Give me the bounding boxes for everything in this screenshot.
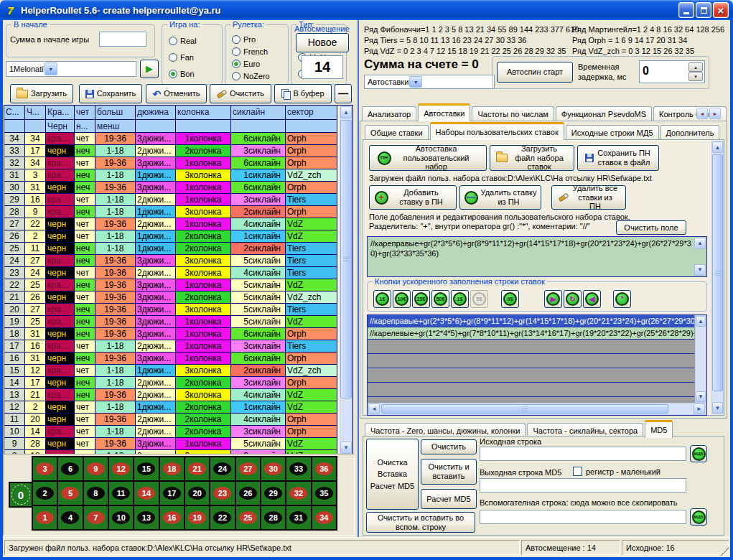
board-cell-35[interactable]: 35 — [312, 482, 336, 505]
resize-grip[interactable] — [720, 547, 729, 556]
table-row[interactable]: 928чернчет19-363дюжи...1колонка5сиклайнV… — [4, 438, 353, 450]
table-row[interactable]: 1321кра...неч19-362дюжи...3колонка4сикла… — [4, 389, 353, 401]
table-row[interactable]: 2027кра...неч19-363дюжи...3колонка5сикла… — [4, 304, 353, 316]
board-cell-6[interactable]: 6 — [58, 457, 82, 480]
bet-set-row-empty[interactable] — [368, 383, 694, 397]
board-cell-15[interactable]: 15 — [134, 457, 158, 480]
new-number-button[interactable]: Новое — [296, 33, 349, 52]
sub-tab-1[interactable]: Наборы пользовательских ставок — [430, 122, 564, 140]
chip-button-0$[interactable]: 0$ — [501, 290, 519, 308]
toolbar-button-2[interactable]: ↶Отменить — [146, 84, 207, 103]
radio-option-real[interactable]: Real — [169, 37, 220, 45]
board-cell-14[interactable]: 14 — [134, 482, 158, 505]
clear-field-button[interactable]: Очистить поле — [616, 220, 686, 235]
bet-set-list[interactable]: //кареправые+gr(2*3*5*6)+gr(8*9*11*12)+g… — [367, 314, 707, 416]
bet-set-row-empty[interactable] — [368, 368, 694, 383]
chip-button-1€[interactable]: 1€ — [373, 290, 391, 308]
minimize-button[interactable] — [678, 2, 694, 18]
scroll-down-icon[interactable]: ▼ — [694, 264, 706, 276]
radio-option-fan[interactable]: Fan — [169, 53, 220, 62]
table-row[interactable]: 2722чернчет19-362дюжи...1колонка4сиклайн… — [4, 218, 353, 230]
chip-button-50€[interactable]: 50€ — [431, 290, 449, 308]
table-row[interactable]: 1014кра...чет1-182дюжи...2колонка3сиклай… — [4, 426, 353, 438]
play-button[interactable]: ▶ — [140, 60, 159, 78]
bet-edit-textarea[interactable]: //кареправые+gr(2*3*5*6)+gr(8*9*11*12)+g… — [367, 236, 707, 277]
preset-dropdown[interactable]: 1Melonati ▼ — [6, 61, 136, 77]
bottom-tab-2[interactable]: MD5 — [645, 420, 673, 438]
toolbar-button-0[interactable]: Загрузить — [10, 84, 73, 103]
scroll-down-icon[interactable]: ▼ — [340, 442, 352, 454]
panel-vscrollbar[interactable]: ▲ ▼ — [711, 141, 724, 414]
chip-button-1$[interactable]: 1$ — [451, 290, 469, 308]
table-row[interactable]: 1831черннеч19-363дюжи...1колонка6сиклайн… — [4, 328, 353, 340]
delete-bet-button[interactable]: — Удалить ставку из ПН — [459, 185, 541, 210]
md5-source-input[interactable] — [480, 447, 686, 461]
spinner-up-icon[interactable]: ▲ — [688, 62, 703, 72]
table-row[interactable]: 289кра...неч1-181дюжи...3колонка2сиклайн… — [4, 206, 353, 218]
board-cell-31[interactable]: 31 — [286, 506, 310, 529]
table-scrollbar-thumb[interactable] — [340, 120, 352, 398]
start-sum-input[interactable] — [99, 32, 146, 47]
chevron-down-icon[interactable]: ▼ — [45, 62, 57, 75]
board-cell-7[interactable]: 7 — [84, 506, 108, 529]
main-tab-2[interactable]: Частоты по числам — [472, 106, 554, 121]
scroll-up-icon[interactable]: ▲ — [694, 238, 706, 249]
md5-clear-button[interactable]: Очистить — [421, 439, 477, 454]
sub-tab-0[interactable]: Общие ставки — [365, 125, 429, 140]
bet-list-hscrollbar[interactable]: ◄ ► — [368, 403, 706, 415]
board-cell-26[interactable]: 26 — [236, 482, 260, 505]
toolbar-button-5[interactable]: — — [335, 84, 352, 103]
board-cell-8[interactable]: 8 — [84, 482, 108, 505]
board-cell-22[interactable]: 22 — [210, 506, 234, 529]
toolbar-button-3[interactable]: Очистить — [210, 84, 271, 103]
board-zero-cell[interactable]: 0 — [9, 482, 33, 508]
spins-table-body[interactable]: 3434кра...чет19-363дюжи...1колонка6сикла… — [4, 133, 353, 454]
maximize-button[interactable] — [696, 2, 711, 18]
table-row[interactable]: 3234кра...чет19-363дюжи...1колонка6сикла… — [4, 157, 353, 169]
table-row[interactable]: 3434кра...чет19-363дюжи...1колонка6сикла… — [4, 133, 353, 145]
table-row[interactable]: 3031черннеч19-363дюжи...1колонка6сиклайн… — [4, 182, 353, 194]
md5-clear-paste-aux-button[interactable]: Очистить и вставить во вспом. строку — [366, 512, 475, 533]
board-cell-2[interactable]: 2 — [33, 482, 57, 505]
add-bet-button[interactable]: + Добавить ставку в ПН — [369, 185, 457, 210]
md5-clear-paste-calc-button[interactable]: ОчисткаВставкаРасчет MD5 — [366, 439, 419, 510]
radio-option-french[interactable]: French — [232, 47, 286, 56]
main-tab-1[interactable]: Автоставки — [418, 103, 470, 121]
board-cell-12[interactable]: 12 — [109, 457, 133, 480]
tab-scroll-right-icon[interactable]: ► — [709, 108, 721, 119]
load-set-file-button[interactable]: Загрузить файл набора ставок — [490, 145, 574, 171]
lowercase-checkbox[interactable] — [573, 467, 582, 476]
bet-set-row[interactable]: //карелевые+gr(1*2*4*5)+gr(7*8*10*11)+gr… — [368, 327, 694, 340]
md5-aux-input[interactable] — [480, 510, 686, 524]
close-button[interactable]: × — [713, 2, 729, 18]
board-cell-5[interactable]: 5 — [58, 482, 82, 505]
board-cell-11[interactable]: 11 — [109, 482, 133, 505]
table-row[interactable]: 1120чернчет19-362дюжи...2колонка4сиклайн… — [4, 414, 353, 426]
scroll-down-icon[interactable]: ▼ — [712, 402, 723, 414]
board-cell-30[interactable]: 30 — [261, 457, 285, 480]
delay-spinner[interactable]: 0 ▲ ▼ — [639, 60, 705, 83]
autospin-start-button[interactable]: Автоспин старт — [497, 62, 573, 83]
repeat-icon[interactable]: ↻ — [564, 290, 582, 308]
table-row[interactable]: 2324чернчет19-362дюжи...3колонка4сиклайн… — [4, 267, 353, 279]
autobet-user-set-button[interactable]: ПН Автоставка пользовательский набор — [369, 145, 487, 171]
sub-tab-2[interactable]: Исходные строки МД5 — [566, 125, 659, 140]
chip-button-10€[interactable]: 10€ — [393, 290, 411, 308]
chevron-down-icon[interactable]: ▼ — [409, 76, 422, 88]
table-row[interactable]: 2427кра...неч19-363дюжи...3колонка5сикла… — [4, 255, 353, 267]
board-cell-21[interactable]: 21 — [185, 457, 209, 480]
board-cell-36[interactable]: 36 — [312, 457, 336, 480]
md5-output-input[interactable] — [480, 478, 686, 493]
board-cell-23[interactable]: 23 — [210, 482, 234, 505]
board-cell-24[interactable]: 24 — [210, 457, 234, 480]
table-row[interactable]: 1512кра...чет1-181дюжи...3колонка2сиклай… — [4, 365, 353, 377]
md5-run-button[interactable]: МД5 — [690, 445, 707, 462]
board-cell-28[interactable]: 28 — [261, 506, 285, 529]
table-row[interactable]: 2225кра...неч19-363дюжи...1колонка5сикла… — [4, 279, 353, 291]
delete-all-bets-button[interactable]: Удалить все ставки из ПН — [551, 185, 626, 210]
scroll-up-icon[interactable]: ▲ — [696, 316, 706, 327]
table-row[interactable]: 2916кра...чет1-182дюжи...1колонка3сиклай… — [4, 194, 353, 206]
play-icon[interactable]: ▶ — [544, 290, 562, 308]
chip-button-25€[interactable]: 25€ — [412, 290, 430, 308]
board-cell-1[interactable]: 1 — [33, 506, 57, 529]
